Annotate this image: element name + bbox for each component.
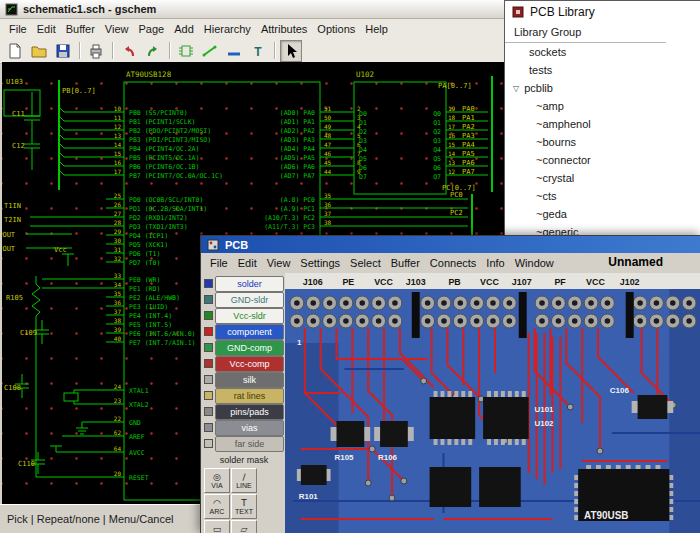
schematic-text: 26 — [114, 201, 122, 208]
pcb-layout-canvas[interactable]: J106PEVCCJ103PBVCCJ107PFVCCJ102 — [285, 273, 700, 533]
tool-button-poly[interactable]: ▱POLY — [231, 520, 257, 533]
layer-button-vias[interactable]: vias — [215, 420, 284, 436]
pcb-menu-file[interactable]: File — [205, 256, 233, 270]
pcb-menu-window[interactable]: Window — [510, 256, 559, 270]
schematic-text: PA4 — [462, 141, 475, 149]
layer-visibility-toggle[interactable] — [204, 279, 213, 288]
toolbar-add-text-button[interactable]: T — [247, 40, 269, 62]
toolbar-add-bus-button[interactable] — [223, 40, 245, 62]
pcb-menu-edit[interactable]: Edit — [233, 256, 262, 270]
gschem-menu-page[interactable]: Page — [134, 22, 170, 36]
layer-button-pins-pads[interactable]: pins/pads — [215, 404, 284, 420]
tool-button-via[interactable]: ◎VIA — [204, 468, 230, 493]
schematic-text: PD6 (T1) — [129, 250, 160, 258]
pcb-titlebar[interactable]: PCB — [201, 236, 700, 253]
schematic-text: Q7 — [433, 173, 441, 181]
toolbar-print-button[interactable] — [85, 40, 107, 62]
gschem-menu-file[interactable]: File — [4, 22, 32, 36]
library-item-crystal[interactable]: ~crystal — [505, 169, 700, 187]
gschem-menu-attributes[interactable]: Attributes — [256, 22, 312, 36]
toolbar-save-button[interactable] — [52, 40, 74, 62]
gschem-menu-hierarchy[interactable]: Hierarchy — [199, 22, 256, 36]
pcb-menu-view[interactable]: View — [262, 256, 296, 270]
schematic-text: 14 — [114, 141, 122, 148]
gschem-menu-help[interactable]: Help — [360, 22, 393, 36]
toolbar-select-button[interactable] — [280, 40, 302, 62]
layer-button-vcc-comp[interactable]: Vcc-comp — [215, 356, 284, 372]
schematic-text: XTAL1 — [129, 387, 149, 395]
library-item-tests[interactable]: tests — [505, 61, 700, 79]
toolbar-redo-button[interactable] — [142, 40, 164, 62]
layer-button-component[interactable]: component — [215, 324, 284, 340]
toolbar-add-net-button[interactable] — [199, 40, 221, 62]
library-item-bourns[interactable]: ~bourns — [505, 133, 700, 151]
gschem-menu-options[interactable]: Options — [312, 22, 360, 36]
pcb-menu-connects[interactable]: Connects — [425, 256, 481, 270]
layer-visibility-toggle[interactable] — [204, 343, 213, 352]
schematic-text: Q0 — [433, 110, 441, 118]
schematic-text: 32 — [114, 255, 122, 262]
layer-visibility-toggle[interactable] — [204, 295, 213, 304]
gschem-window-icon — [5, 3, 18, 16]
connector-label: VCC — [586, 277, 605, 287]
library-item-amphenol[interactable]: ~amphenol — [505, 115, 700, 133]
library-item-sockets[interactable]: sockets — [505, 43, 700, 61]
tool-button-rect[interactable]: ▭RECT — [204, 520, 230, 533]
pcb-menu-buffer[interactable]: Buffer — [386, 256, 425, 270]
pcb-library-window: PCB Library Library Group socketstests▽p… — [504, 0, 700, 244]
pcb-menu-select[interactable]: Select — [345, 256, 386, 270]
schematic-text: 16 — [448, 132, 456, 139]
gschem-menu-edit[interactable]: Edit — [32, 22, 61, 36]
schematic-text: Q3 — [433, 137, 441, 145]
layer-visibility-toggle[interactable] — [204, 407, 213, 416]
toolbar-new-button[interactable] — [4, 40, 26, 62]
tool-button-line[interactable]: ∕LINE — [231, 468, 257, 493]
schematic-text: 46 — [324, 150, 332, 157]
toolbar-undo-button[interactable] — [118, 40, 140, 62]
library-titlebar[interactable]: PCB Library — [505, 1, 700, 23]
expander-open-icon[interactable]: ▽ — [513, 84, 519, 93]
pcb-menu-settings[interactable]: Settings — [295, 256, 345, 270]
layer-visibility-toggle[interactable] — [204, 375, 213, 384]
silk-label: U102 — [535, 419, 554, 428]
layer-button-silk[interactable]: silk — [215, 372, 284, 388]
toolbar-add-component-button[interactable] — [175, 40, 197, 62]
gschem-titlebar[interactable]: schematic1.sch - gschem — [0, 0, 512, 19]
schematic-text: 23 — [114, 397, 122, 404]
schematic-text: PB6 (PCINT6/OC.1B) — [129, 163, 199, 171]
open-icon — [31, 43, 47, 59]
library-group-header[interactable]: Library Group — [505, 23, 666, 43]
layer-visibility-toggle[interactable] — [204, 311, 213, 320]
schematic-text: 38 — [114, 317, 122, 324]
pcb-menu-info[interactable]: Info — [481, 256, 509, 270]
library-item-pcblib[interactable]: ▽pcblib — [505, 79, 700, 97]
pcb-tool-palette: ◎VIA∕LINE◠ARCTTEXT▭RECT▱POLY — [204, 468, 282, 533]
layer-button-gnd-comp[interactable]: GND-comp — [215, 340, 284, 356]
layer-visibility-toggle[interactable] — [204, 327, 213, 336]
pcb-document-name: Unnamed — [608, 255, 663, 269]
layer-button-gnd-sldr[interactable]: GND-sldr — [215, 292, 284, 308]
gschem-menu-add[interactable]: Add — [169, 22, 199, 36]
library-item-amp[interactable]: ~amp — [505, 97, 700, 115]
gschem-menu-view[interactable]: View — [100, 22, 134, 36]
tool-arc-icon: ◠ — [213, 498, 221, 508]
solder-mask-label[interactable]: solder mask — [204, 452, 284, 468]
layer-visibility-toggle[interactable] — [204, 439, 213, 448]
tool-button-arc[interactable]: ◠ARC — [204, 494, 230, 519]
schematic-text: 15 — [448, 141, 456, 148]
library-item-connector[interactable]: ~connector — [505, 151, 700, 169]
schematic-text: 47 — [324, 141, 332, 148]
tool-button-text[interactable]: TTEXT — [231, 494, 257, 519]
layer-button-vcc-sldr[interactable]: Vcc-sldr — [215, 308, 284, 324]
layer-visibility-toggle[interactable] — [204, 423, 213, 432]
layer-visibility-toggle[interactable] — [204, 359, 213, 368]
layer-button-rat-lines[interactable]: rat lines — [215, 388, 284, 404]
layer-button-solder[interactable]: solder — [215, 276, 284, 292]
layer-visibility-toggle[interactable] — [204, 391, 213, 400]
toolbar-open-button[interactable] — [28, 40, 50, 62]
gschem-menu-buffer[interactable]: Buffer — [61, 22, 100, 36]
schematic-text: Q1 — [433, 119, 441, 127]
library-item-cts[interactable]: ~cts — [505, 187, 700, 205]
layer-button-far-side[interactable]: far side — [215, 436, 284, 452]
library-item-geda[interactable]: ~geda — [505, 205, 700, 223]
